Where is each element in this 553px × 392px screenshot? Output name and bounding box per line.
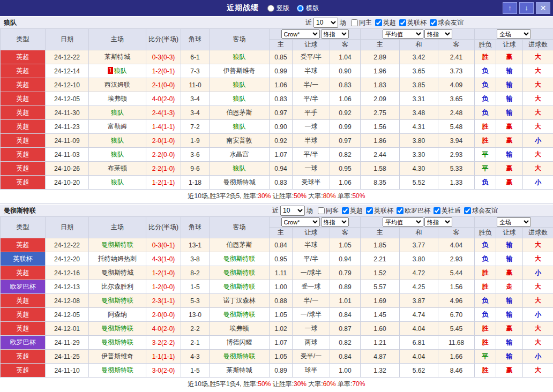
score-cell: 0-3(0-3) <box>146 50 181 64</box>
result-cell: 胜 <box>475 280 496 294</box>
col-home: 主场 <box>89 29 146 50</box>
filter-checkbox[interactable] <box>434 207 440 214</box>
corner-cell: 3-4 <box>181 106 210 120</box>
filter-球会友谊[interactable]: 球会友谊 <box>430 18 464 27</box>
match-row: 英超24-12-22莱斯特城0-3(0-3)6-1狼队0.85受平/半1.042… <box>1 50 553 64</box>
date-cell: 24-12-05 <box>46 92 89 106</box>
corner-cell: 2-2 <box>181 322 210 336</box>
match-row: 英超24-10-26布莱顿2-2(1-0)9-6狼队0.94一球0.951.58… <box>1 162 553 176</box>
avg-odds-draw: 3.30 <box>400 148 438 162</box>
handicap-odds-away: 0.97 <box>330 134 361 148</box>
match-row: 英超24-12-08曼彻斯特联2-3(1-1)5-3诺丁汉森林0.88半/一1.… <box>1 294 553 308</box>
scope-select[interactable]: 全场 <box>497 217 531 227</box>
filter-英超[interactable]: 英超 <box>375 18 396 27</box>
handicap-odds-home: 1.06 <box>270 78 293 92</box>
match-row: 英超24-12-22曼彻斯特联0-3(0-1)13-1伯恩茅斯0.84半球1.0… <box>1 238 553 252</box>
odds-stage-select[interactable]: 终指 <box>321 217 349 227</box>
euro-stage-select[interactable]: 终指 <box>424 217 452 227</box>
avg-odds-home: 1.56 <box>361 120 400 134</box>
score-cell: 1-2(0-1) <box>146 64 181 78</box>
away-team-cell: 狼队 <box>210 120 270 134</box>
handicap-line: 平/半 <box>293 148 330 162</box>
filter-球会友谊[interactable]: 球会友谊 <box>464 206 498 215</box>
odds-company-select[interactable]: Crow* <box>281 29 320 39</box>
avg-odds-draw: 3.85 <box>400 78 438 92</box>
close-button[interactable]: ✕ <box>536 2 550 14</box>
match-count-select[interactable]: 10 <box>280 206 305 216</box>
euro-average-select[interactable]: 平均值 <box>383 29 423 39</box>
euro-stage-select[interactable]: 终指 <box>424 29 452 39</box>
match-count-select[interactable]: 10 <box>313 18 338 28</box>
handicap-odds-home: 1.00 <box>270 280 293 294</box>
corner-cell: 13-1 <box>181 238 210 252</box>
euro-average-select[interactable]: 平均值 <box>383 217 423 227</box>
scroll-down-button[interactable]: ↓ <box>519 2 534 14</box>
filter-checkbox[interactable] <box>366 207 373 214</box>
summary-stat-value: 60% <box>323 380 336 388</box>
avg-odds-home: 8.35 <box>361 176 400 190</box>
summary-lead: 近10场,胜3平2负5, <box>188 192 243 200</box>
filter-checkbox[interactable] <box>375 19 382 26</box>
filter-checkbox[interactable] <box>318 207 325 214</box>
avg-odds-away: 1.33 <box>438 176 475 190</box>
filter-checkbox[interactable] <box>397 207 403 214</box>
handicap-result-cell: 赢 <box>496 176 523 190</box>
odds-stage-select[interactable]: 终指 <box>321 29 349 39</box>
filter-checkbox[interactable] <box>351 19 358 26</box>
filter-同主[interactable]: 同主 <box>351 18 372 27</box>
goals-result-cell: 大 <box>523 294 553 308</box>
recent-label: 近 <box>305 18 312 27</box>
score-cell: 2-4(1-3) <box>146 106 181 120</box>
score-cell: 2-2(0-0) <box>146 148 181 162</box>
avg-odds-draw: 3.80 <box>400 252 438 266</box>
scroll-up-button[interactable]: ↑ <box>503 2 517 14</box>
handicap-result-cell: 赢 <box>496 134 523 148</box>
avg-odds-draw: 6.81 <box>400 336 438 350</box>
league-cell: 英超 <box>1 266 46 280</box>
goals-result-cell: 大 <box>523 280 553 294</box>
goals-result-cell: 大 <box>523 148 553 162</box>
away-team-cell: 狼队 <box>210 92 270 106</box>
avg-odds-home: 1.32 <box>361 364 400 378</box>
handicap-odds-away: 1.05 <box>330 238 361 252</box>
summary-lead: 近10场,胜5平1负4, <box>188 380 243 388</box>
handicap-line: 受一球 <box>293 280 330 294</box>
filter-checkbox[interactable] <box>464 207 471 214</box>
handicap-result-cell: 输 <box>496 92 523 106</box>
section-header-band: 曼彻斯特联 近 10 场 同客英超英联杯欧罗巴杯英社盾球会友谊 <box>0 204 553 216</box>
filter-英社盾[interactable]: 英社盾 <box>434 206 461 215</box>
filter-checkbox[interactable] <box>399 19 406 26</box>
layout-radio-竖版[interactable]: 竖版 <box>267 4 289 13</box>
league-cell: 英超 <box>1 50 46 64</box>
odds-company-select[interactable]: Crow* <box>281 217 320 227</box>
handicap-result-cell: 赢 <box>496 322 523 336</box>
filter-英超[interactable]: 英超 <box>342 206 363 215</box>
league-cell: 英超 <box>1 294 46 308</box>
league-cell: 英超 <box>1 134 46 148</box>
filter-checkbox[interactable] <box>342 207 349 214</box>
summary-stat-value: 70% <box>352 380 365 388</box>
away-team-cell: 伯恩茅斯 <box>210 106 270 120</box>
average-group-header: 平均值终指 <box>361 217 475 228</box>
filter-同客[interactable]: 同客 <box>318 206 339 215</box>
red-card-badge: 1 <box>108 67 113 74</box>
avg-odds-away: 3.94 <box>438 134 475 148</box>
layout-radio-横版[interactable]: 横版 <box>297 4 319 13</box>
filter-欧罗巴杯[interactable]: 欧罗巴杯 <box>397 206 430 215</box>
filter-英联杯[interactable]: 英联杯 <box>399 18 427 27</box>
matches-label: 场 <box>340 18 346 27</box>
scope-select[interactable]: 全场 <box>497 29 531 39</box>
handicap-odds-away: 1.00 <box>330 364 361 378</box>
corner-cell: 4-3 <box>181 350 210 364</box>
layout-radio-input[interactable] <box>267 5 274 12</box>
matches-label: 场 <box>307 206 313 215</box>
date-cell: 24-11-23 <box>46 120 89 134</box>
away-team-cell: 曼彻斯特联 <box>210 280 270 294</box>
corner-cell: 7-3 <box>181 64 210 78</box>
filter-checkbox[interactable] <box>430 19 437 26</box>
score-cell: 2-3(1-1) <box>146 294 181 308</box>
score-cell: 2-2(1-0) <box>146 162 181 176</box>
filter-英联杯[interactable]: 英联杯 <box>366 206 393 215</box>
layout-radio-input[interactable] <box>297 5 304 12</box>
result-cell: 胜 <box>475 266 496 280</box>
